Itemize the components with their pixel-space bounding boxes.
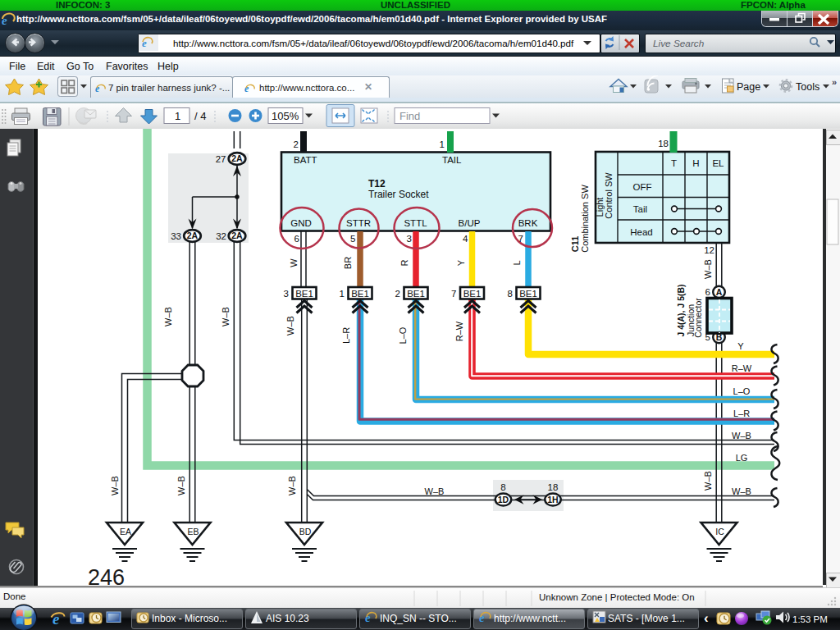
svg-text:R–W: R–W bbox=[454, 321, 464, 341]
svg-text:Page: Page bbox=[737, 81, 760, 93]
svg-text:Tools: Tools bbox=[796, 81, 819, 93]
svg-text:T12: T12 bbox=[368, 178, 386, 189]
svg-text:6: 6 bbox=[705, 287, 710, 297]
svg-text:BR: BR bbox=[343, 257, 353, 269]
svg-text:32: 32 bbox=[216, 231, 226, 241]
svg-text:W–B: W–B bbox=[732, 486, 751, 496]
svg-text:BE1: BE1 bbox=[463, 289, 482, 299]
svg-text:B: B bbox=[716, 332, 723, 342]
svg-text:e: e bbox=[95, 83, 100, 94]
svg-text:2: 2 bbox=[395, 289, 400, 299]
svg-text:2A: 2A bbox=[231, 153, 243, 163]
svg-text:W–B: W–B bbox=[703, 259, 713, 279]
svg-text:EA: EA bbox=[120, 527, 131, 536]
svg-text:18: 18 bbox=[658, 139, 669, 148]
svg-text:27: 27 bbox=[216, 154, 226, 164]
svg-text:L–O: L–O bbox=[733, 386, 751, 396]
svg-text:H: H bbox=[692, 158, 699, 168]
svg-text:OFF: OFF bbox=[633, 182, 652, 192]
svg-text:2A: 2A bbox=[187, 231, 199, 240]
svg-text:L: L bbox=[512, 260, 522, 265]
svg-text:‹: ‹ bbox=[704, 610, 709, 626]
svg-text:EB: EB bbox=[187, 527, 199, 536]
svg-text:R: R bbox=[399, 259, 409, 266]
svg-text:5: 5 bbox=[350, 234, 355, 244]
svg-text:W–B: W–B bbox=[703, 471, 713, 491]
svg-text:2A: 2A bbox=[231, 231, 243, 240]
svg-text:Y: Y bbox=[737, 341, 744, 351]
svg-text:1: 1 bbox=[440, 139, 445, 149]
svg-text:Y: Y bbox=[456, 259, 466, 266]
svg-text:W–B: W–B bbox=[110, 476, 120, 495]
svg-text:W–B: W–B bbox=[221, 307, 231, 326]
svg-text:4: 4 bbox=[463, 234, 468, 244]
svg-text:1: 1 bbox=[340, 289, 345, 299]
svg-text:1H: 1H bbox=[547, 495, 558, 504]
svg-text:BE1: BE1 bbox=[351, 289, 369, 299]
svg-text:W–B: W–B bbox=[732, 431, 751, 441]
svg-text:R–W: R–W bbox=[732, 363, 752, 373]
svg-text:W–B: W–B bbox=[176, 476, 186, 495]
svg-text:Control SW: Control SW bbox=[604, 172, 614, 219]
svg-text:18: 18 bbox=[548, 482, 559, 492]
svg-text:7: 7 bbox=[518, 234, 523, 244]
svg-text:105%: 105% bbox=[272, 110, 299, 122]
svg-text:W–B: W–B bbox=[285, 316, 295, 336]
svg-text:W–B: W–B bbox=[287, 476, 297, 495]
svg-text:7: 7 bbox=[451, 289, 456, 299]
svg-text:e: e bbox=[244, 83, 249, 94]
svg-text:W: W bbox=[289, 258, 299, 267]
svg-text:B/UP: B/UP bbox=[459, 218, 481, 228]
svg-text:BRK: BRK bbox=[518, 218, 538, 228]
svg-text:Combination SW: Combination SW bbox=[580, 185, 590, 253]
svg-text:LG: LG bbox=[736, 453, 748, 463]
svg-text:Trailer Socket: Trailer Socket bbox=[368, 189, 429, 200]
svg-text:T: T bbox=[671, 158, 677, 168]
svg-text:12: 12 bbox=[704, 245, 714, 255]
svg-text:8: 8 bbox=[508, 289, 513, 299]
svg-text:»: » bbox=[832, 77, 837, 87]
svg-text:A: A bbox=[716, 287, 723, 297]
svg-text:3: 3 bbox=[407, 234, 412, 244]
svg-text:Find: Find bbox=[399, 110, 420, 122]
svg-text:EL: EL bbox=[712, 158, 724, 168]
svg-text:STTL: STTL bbox=[404, 218, 427, 228]
svg-text:8: 8 bbox=[500, 482, 505, 492]
svg-text:1D: 1D bbox=[498, 495, 509, 504]
svg-text:L–R: L–R bbox=[733, 409, 750, 418]
svg-text:2: 2 bbox=[294, 139, 299, 149]
svg-text:GND: GND bbox=[290, 218, 312, 228]
svg-text:STTR: STTR bbox=[346, 218, 371, 228]
svg-text:L–R: L–R bbox=[341, 327, 351, 344]
svg-text:TAIL: TAIL bbox=[442, 155, 462, 165]
svg-text:BE1: BE1 bbox=[407, 289, 425, 299]
svg-text:Tail: Tail bbox=[633, 204, 647, 214]
svg-text:Connector: Connector bbox=[693, 298, 703, 338]
svg-text:Head: Head bbox=[630, 227, 653, 237]
svg-text:33: 33 bbox=[171, 231, 181, 241]
svg-text:3: 3 bbox=[284, 289, 289, 299]
svg-text:W–B: W–B bbox=[163, 307, 173, 326]
svg-text:C11: C11 bbox=[570, 236, 580, 253]
svg-text:W–B: W–B bbox=[425, 486, 445, 496]
svg-text:IC: IC bbox=[715, 527, 724, 536]
svg-text:BATT: BATT bbox=[294, 155, 317, 165]
svg-text:/ 4: / 4 bbox=[194, 110, 206, 122]
svg-text:BD: BD bbox=[299, 527, 312, 536]
svg-text:BE1: BE1 bbox=[295, 289, 313, 299]
svg-text:J 4(A), J 5(B): J 4(A), J 5(B) bbox=[676, 284, 686, 336]
svg-text:6: 6 bbox=[294, 234, 299, 244]
svg-text:BE1: BE1 bbox=[519, 289, 537, 299]
svg-text:L–O: L–O bbox=[398, 326, 408, 344]
svg-text:246: 246 bbox=[88, 565, 125, 589]
svg-text:1: 1 bbox=[175, 110, 180, 122]
svg-text:5: 5 bbox=[705, 332, 710, 342]
